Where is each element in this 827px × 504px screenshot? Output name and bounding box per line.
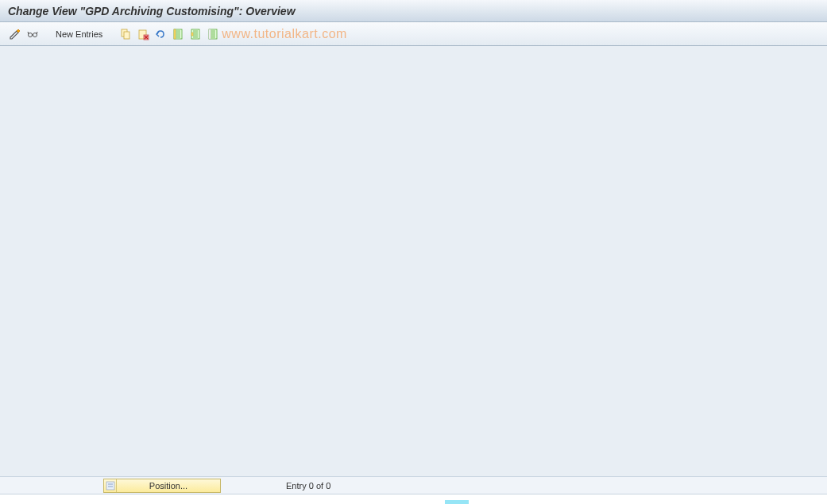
entry-count-label: Entry 0 of 0 (286, 481, 330, 491)
status-bar (0, 494, 827, 504)
position-icon (104, 479, 117, 492)
status-accent (445, 500, 469, 504)
position-button[interactable]: Position... (103, 479, 221, 493)
svg-rect-13 (108, 483, 113, 485)
svg-rect-9 (191, 33, 193, 36)
select-all-icon[interactable] (171, 27, 185, 41)
new-entries-button[interactable]: New Entries (49, 28, 109, 40)
svg-rect-14 (108, 486, 113, 487)
watermark-text: www.tutorialkart.com (222, 27, 347, 41)
svg-rect-11 (209, 29, 211, 39)
title-bar: Change View "GPD Archiving Customising":… (0, 0, 827, 22)
application-toolbar: New Entries (0, 22, 827, 46)
copy-as-icon[interactable] (118, 27, 133, 41)
glasses-icon[interactable] (25, 27, 40, 41)
deselect-all-icon[interactable] (206, 27, 220, 41)
svg-rect-7 (174, 29, 176, 39)
position-button-label: Position... (117, 481, 220, 491)
footer-bar: Position... Entry 0 of 0 (0, 476, 827, 494)
undo-change-icon[interactable] (153, 27, 168, 41)
content-area (0, 46, 827, 479)
delete-icon[interactable] (136, 27, 150, 41)
toggle-display-change-icon[interactable] (8, 27, 22, 41)
select-block-icon[interactable] (188, 27, 203, 41)
page-title: Change View "GPD Archiving Customising":… (8, 5, 296, 17)
svg-rect-3 (124, 32, 129, 39)
